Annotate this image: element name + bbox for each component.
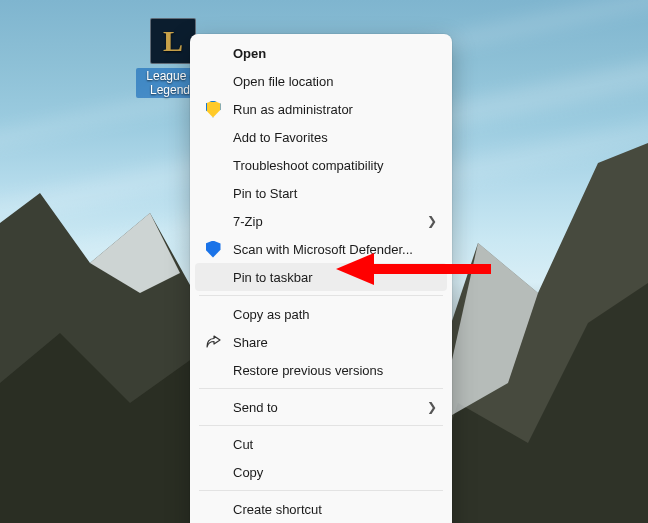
separator <box>199 490 443 491</box>
menu-7zip[interactable]: 7-Zip❯ <box>195 207 447 235</box>
menu-run-as-admin[interactable]: Run as administrator <box>195 95 447 123</box>
share-icon <box>205 335 221 349</box>
shield-admin-icon <box>206 101 221 118</box>
menu-open[interactable]: Open <box>195 39 447 67</box>
context-menu: Open Open file location Run as administr… <box>190 34 452 523</box>
chevron-right-icon: ❯ <box>427 214 437 228</box>
menu-cut[interactable]: Cut <box>195 430 447 458</box>
shield-defender-icon <box>206 241 221 258</box>
menu-add-favorites[interactable]: Add to Favorites <box>195 123 447 151</box>
menu-copy[interactable]: Copy <box>195 458 447 486</box>
menu-pin-to-start[interactable]: Pin to Start <box>195 179 447 207</box>
menu-copy-as-path[interactable]: Copy as path <box>195 300 447 328</box>
menu-open-file-location[interactable]: Open file location <box>195 67 447 95</box>
menu-restore-versions[interactable]: Restore previous versions <box>195 356 447 384</box>
menu-defender-scan[interactable]: Scan with Microsoft Defender... <box>195 235 447 263</box>
separator <box>199 295 443 296</box>
menu-pin-to-taskbar[interactable]: Pin to taskbar <box>195 263 447 291</box>
menu-troubleshoot[interactable]: Troubleshoot compatibility <box>195 151 447 179</box>
menu-send-to[interactable]: Send to❯ <box>195 393 447 421</box>
menu-create-shortcut[interactable]: Create shortcut <box>195 495 447 523</box>
menu-share[interactable]: Share <box>195 328 447 356</box>
mountain-right <box>418 143 648 523</box>
separator <box>199 388 443 389</box>
chevron-right-icon: ❯ <box>427 400 437 414</box>
separator <box>199 425 443 426</box>
